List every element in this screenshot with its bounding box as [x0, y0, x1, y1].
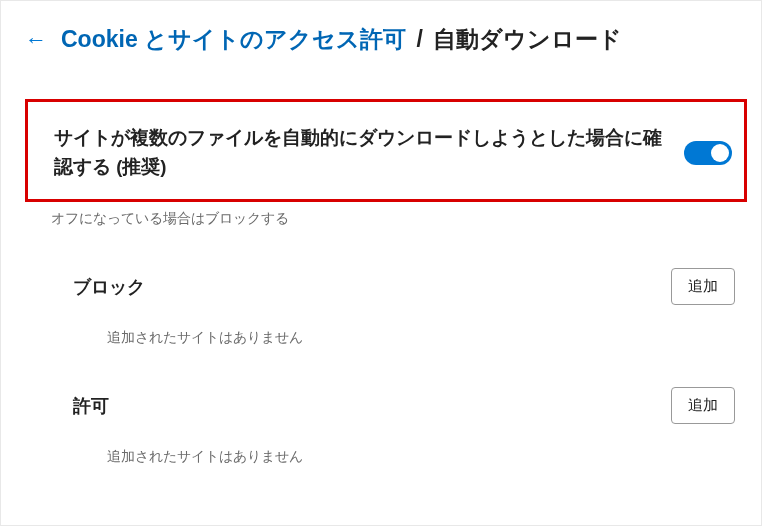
block-section-header: ブロック 追加 [25, 268, 747, 305]
block-section-title: ブロック [73, 275, 145, 299]
ask-before-download-row: サイトが複数のファイルを自動的にダウンロードしようとした場合に確認する (推奨) [25, 99, 747, 202]
content-area: サイトが複数のファイルを自動的にダウンロードしようとした場合に確認する (推奨)… [1, 99, 761, 466]
toggle-subtitle: オフになっている場合はブロックする [51, 210, 747, 228]
page-header: ← Cookie とサイトのアクセス許可 / 自動ダウンロード [1, 1, 761, 71]
allow-section-title: 許可 [73, 394, 109, 418]
allow-section-header: 許可 追加 [25, 387, 747, 424]
breadcrumb-separator: / [416, 26, 422, 52]
toggle-knob [711, 144, 729, 162]
toggle-title: サイトが複数のファイルを自動的にダウンロードしようとした場合に確認する (推奨) [54, 124, 668, 181]
ask-before-download-toggle[interactable] [684, 141, 732, 165]
breadcrumb: Cookie とサイトのアクセス許可 / 自動ダウンロード [61, 25, 622, 55]
breadcrumb-link-cookies[interactable]: Cookie とサイトのアクセス許可 [61, 26, 406, 52]
allow-empty-text: 追加されたサイトはありません [107, 448, 747, 466]
allow-add-button[interactable]: 追加 [671, 387, 735, 424]
block-empty-text: 追加されたサイトはありません [107, 329, 747, 347]
back-arrow-icon[interactable]: ← [25, 29, 47, 51]
breadcrumb-current: 自動ダウンロード [433, 26, 622, 52]
block-add-button[interactable]: 追加 [671, 268, 735, 305]
